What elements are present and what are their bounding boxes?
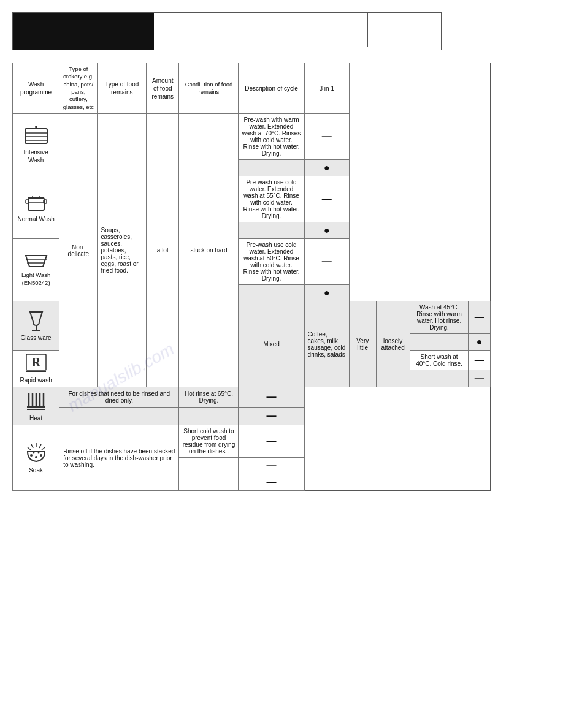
- col-three-in-one: 3 in 1: [304, 63, 349, 114]
- svg-point-4: [35, 126, 37, 129]
- light-desc-1: Pre-wash use cold water. Extended wash a…: [239, 239, 304, 285]
- glass-food-type-cell: Coffee, cakes, milk, sausage, cold drink…: [304, 301, 349, 387]
- intensive-3in1-1: —: [304, 114, 349, 160]
- svg-point-34: [33, 452, 34, 453]
- header-bottom-col2: [367, 31, 441, 47]
- intensive-3in1-2: ●: [304, 160, 349, 176]
- svg-text:R: R: [31, 355, 40, 369]
- heat-label: Heat: [16, 414, 56, 422]
- soak-cell: Soak: [13, 425, 59, 491]
- soak-desc-1: Short cold wash to prevent food residue …: [179, 425, 239, 458]
- normal-wash-cell: Normal Wash: [13, 176, 59, 239]
- rapid-3in1-1: —: [469, 351, 491, 370]
- intensive-wash-icon: [23, 126, 50, 147]
- intensive-wash-row-1: Intensive Wash Non-delicate Soups, casse…: [13, 114, 491, 160]
- svg-point-32: [35, 456, 37, 458]
- rapid-3in1-2: —: [469, 370, 491, 387]
- header-bottom-desc: [154, 31, 294, 47]
- header-logo: [13, 13, 154, 50]
- glass-3in1-1: —: [469, 301, 491, 334]
- soak-desc-2: [179, 458, 239, 474]
- light-desc-2: [239, 285, 304, 301]
- soak-food-type-cell: Rinse off if the dishes have been stacke…: [59, 425, 179, 491]
- glass-crockery-cell: Mixed: [239, 301, 304, 387]
- rapid-desc-2: [410, 370, 469, 387]
- soak-3in1-3: —: [239, 474, 304, 491]
- intensive-crockery-cell: Non-delicate: [59, 114, 98, 387]
- intensive-wash-label: Intensive Wash: [16, 148, 56, 164]
- svg-rect-5: [28, 198, 44, 210]
- svg-line-29: [31, 444, 33, 448]
- normal-desc-1: Pre-wash use cold water. Extended wash a…: [239, 176, 304, 222]
- svg-line-27: [39, 444, 41, 448]
- svg-rect-0: [25, 129, 47, 143]
- rapid-wash-icon: R: [23, 353, 50, 375]
- col-wash-programme: Wash programme: [13, 63, 59, 114]
- intensive-food-type-cell: Soups, casseroles, sauces, potatoes, pas…: [98, 114, 147, 387]
- soak-row-1: Soak Rinse off if the dishes have been s…: [13, 425, 491, 458]
- soak-icon: [23, 442, 50, 465]
- svg-rect-7: [26, 200, 29, 203]
- wash-programme-table: Wash programme Type of crokery e.g. chin…: [12, 63, 491, 491]
- heat-desc-1: Hot rinse at 65°C. Drying.: [179, 387, 239, 408]
- col-description: Description of cycle: [239, 63, 304, 114]
- heat-3in1-2: —: [239, 408, 304, 425]
- light-3in1-1: —: [304, 239, 349, 285]
- soak-desc-3: [179, 474, 239, 491]
- rapid-desc-1: Short wash at 40°C. Cold rinse.: [410, 351, 469, 370]
- col-food-amount: Amount of food remains: [147, 63, 179, 114]
- rapid-wash-cell: R Rapid wash: [13, 351, 59, 387]
- normal-3in1-1: —: [304, 176, 349, 222]
- intensive-amount-cell: a lot: [147, 114, 179, 387]
- svg-point-31: [30, 454, 33, 457]
- light-wash-label: Light Wash (EN50242): [16, 271, 56, 287]
- heat-icon: [23, 390, 50, 413]
- header-top-row: [154, 13, 441, 31]
- glass-condition-cell: loosely attached: [376, 301, 410, 387]
- intensive-desc-1: Pre-wash with warm water. Extended wash …: [239, 114, 304, 160]
- svg-point-35: [37, 452, 39, 453]
- glass-ware-label: Glass ware: [16, 334, 56, 342]
- header-col1: [294, 13, 367, 31]
- normal-wash-label: Normal Wash: [16, 215, 56, 223]
- col-food-type: Type of food remains: [98, 63, 147, 114]
- table-header-row: Wash programme Type of crokery e.g. chin…: [13, 63, 491, 114]
- header-block: [12, 12, 442, 50]
- heat-3in1-1: —: [239, 387, 304, 408]
- light-wash-cell: Light Wash (EN50242): [13, 239, 59, 301]
- header-info: [154, 13, 441, 50]
- glass-amount-cell: Very little: [349, 301, 376, 387]
- soak-3in1-1: —: [239, 425, 304, 458]
- header-bottom-row: [154, 31, 441, 47]
- normal-desc-2: [239, 222, 304, 239]
- glass-desc-1: Wash at 45°C. Rinse with warm water. Hot…: [410, 301, 469, 334]
- intensive-wash-cell: Intensive Wash: [13, 114, 59, 176]
- heat-row-2: —: [13, 408, 491, 425]
- light-3in1-2: ●: [304, 285, 349, 301]
- heat-food-cell-2: [59, 408, 179, 425]
- col-food-condition: Condi- tion of food remains: [179, 63, 239, 114]
- soak-label: Soak: [16, 466, 56, 474]
- svg-line-30: [28, 447, 31, 450]
- heat-row-1: Heat For dishes that need to be rinsed a…: [13, 387, 491, 408]
- light-wash-icon: [23, 253, 49, 270]
- header-col2: [367, 13, 441, 31]
- header-desc: [154, 13, 294, 31]
- svg-rect-8: [44, 200, 47, 203]
- heat-food-cell: For dishes that need to be rinsed and dr…: [59, 387, 179, 408]
- heat-desc-2: [179, 408, 239, 425]
- svg-point-33: [40, 454, 42, 457]
- soak-3in1-2: —: [239, 458, 304, 474]
- glass-ware-cell: Glass ware: [13, 301, 59, 351]
- glass-ware-icon: [27, 309, 45, 333]
- normal-3in1-2: ●: [304, 222, 349, 239]
- col-crockery-type: Type of crokery e.g. china, pots/ pans, …: [59, 63, 98, 114]
- heat-cell: Heat: [13, 387, 59, 425]
- svg-line-28: [42, 447, 45, 450]
- intensive-desc-2: [239, 160, 304, 176]
- normal-wash-icon: [24, 192, 48, 214]
- rapid-wash-label: Rapid wash: [16, 376, 56, 384]
- header-bottom-col1: [294, 31, 367, 47]
- glass-3in1-2: ●: [469, 334, 491, 351]
- intensive-condition-cell: stuck on hard: [179, 114, 239, 387]
